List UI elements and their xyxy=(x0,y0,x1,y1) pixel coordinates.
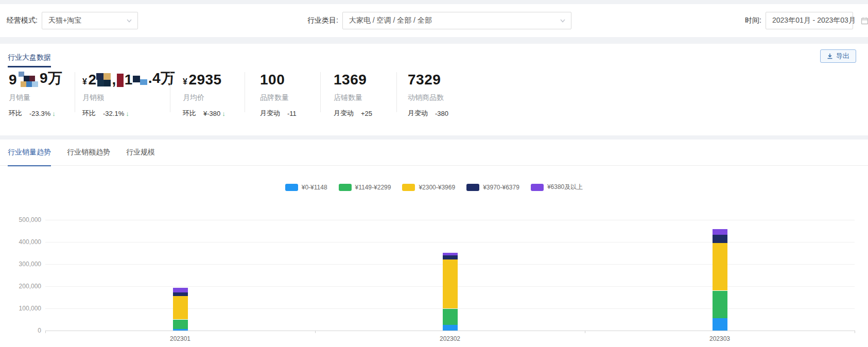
x-axis-label: 202303 xyxy=(699,335,740,342)
stat-divider xyxy=(396,72,397,112)
stat-品牌数量: 100品牌数量月变动-11 xyxy=(260,70,297,118)
gridline xyxy=(45,220,855,220)
chevron-down-icon xyxy=(560,18,566,24)
download-icon xyxy=(827,53,833,59)
chevron-down-icon xyxy=(126,18,132,24)
x-axis-tick xyxy=(45,331,46,333)
stat-change: 环比-23.3%↓ xyxy=(9,109,63,118)
bar-202303-¥1149-¥2299[interactable] xyxy=(713,291,727,318)
x-axis-tick xyxy=(855,331,855,333)
stat-label: 月均价 xyxy=(183,93,225,102)
stat-divider xyxy=(320,72,321,112)
stat-label: 月销量 xyxy=(9,93,63,102)
tab-industry-overview[interactable]: 行业大盘数据 xyxy=(8,49,51,67)
stacked-bar-chart: 0100,000200,000300,000400,000500,0002023… xyxy=(0,140,868,347)
y-axis-label: 0 xyxy=(0,327,41,334)
stat-value: ¥2,1.4万 xyxy=(82,70,176,88)
stat-divider xyxy=(170,72,170,112)
arrow-down-icon: ↓ xyxy=(222,110,225,117)
redacted-value-mosaic xyxy=(133,72,148,88)
category-select[interactable]: 大家电 / 空调 / 全部 / 全部 xyxy=(342,12,571,29)
y-axis-label: 200,000 xyxy=(0,283,41,290)
y-axis-label: 100,000 xyxy=(0,305,41,312)
stat-月均价: ¥2935月均价环比¥-380↓ xyxy=(183,70,225,118)
category-filter-group: 行业类目: 大家电 / 空调 / 全部 / 全部 xyxy=(307,4,571,37)
bar-202302-¥1149-¥2299[interactable] xyxy=(443,309,458,325)
bar-202301-¥2300-¥3969[interactable] xyxy=(173,296,188,319)
stat-change: 月变动-380 xyxy=(408,109,448,118)
arrow-down-icon: ↓ xyxy=(52,110,56,117)
arrow-down-icon: ↓ xyxy=(126,110,129,117)
stat-label: 品牌数量 xyxy=(260,93,297,102)
calendar-icon xyxy=(861,17,868,25)
bar-202302-¥6380及以上[interactable] xyxy=(443,253,458,255)
time-range-picker[interactable]: 2023年01月 - 2023年03月 xyxy=(766,12,853,29)
redacted-value-mosaic xyxy=(17,72,40,88)
stat-value: 7329 xyxy=(408,70,448,88)
gridline xyxy=(45,331,855,331)
stat-value: 99万 xyxy=(9,70,63,88)
redacted-value-mosaic xyxy=(116,72,125,88)
bar-202301-¥0-¥1148[interactable] xyxy=(173,329,188,331)
mode-filter-label: 经营模式: xyxy=(7,16,38,25)
stat-value: ¥2935 xyxy=(183,70,225,88)
x-axis-label: 202301 xyxy=(160,335,201,342)
y-axis-label: 300,000 xyxy=(0,261,41,268)
stat-动销商品数: 7329动销商品数月变动-380 xyxy=(408,70,448,118)
mode-select[interactable]: 天猫+淘宝 xyxy=(42,12,138,29)
bar-202301-¥1149-¥2299[interactable] xyxy=(173,320,188,329)
category-filter-label: 行业类目: xyxy=(307,16,338,25)
bar-202302-¥0-¥1148[interactable] xyxy=(443,325,458,331)
time-range-value: 2023年01月 - 2023年03月 xyxy=(772,16,856,25)
stat-change: 月变动-11 xyxy=(260,109,297,118)
export-button-label: 导出 xyxy=(836,51,849,61)
stat-label: 月销额 xyxy=(82,93,176,102)
bar-202302-¥2300-¥3969[interactable] xyxy=(443,259,458,308)
active-tab-underline xyxy=(8,66,51,67)
y-axis-label: 500,000 xyxy=(0,216,41,223)
stat-change: 环比¥-380↓ xyxy=(183,109,225,118)
export-button[interactable]: 导出 xyxy=(820,49,856,63)
bar-202302-¥3970-¥6379[interactable] xyxy=(443,255,458,259)
mode-filter-group: 经营模式: 天猫+淘宝 xyxy=(7,4,138,37)
mode-select-value: 天猫+淘宝 xyxy=(48,16,81,25)
filter-bar: 经营模式: 天猫+淘宝 行业类目: 大家电 / 空调 / 全部 / 全部 时间:… xyxy=(0,4,868,37)
time-filter-label: 时间: xyxy=(745,16,761,25)
stat-change: 环比-32.1%↓ xyxy=(82,109,176,118)
category-select-value: 大家电 / 空调 / 全部 / 全部 xyxy=(349,16,432,25)
overview-card: 行业大盘数据 导出 99万月销量环比-23.3%↓¥2,1.4万月销额环比-32… xyxy=(0,44,868,135)
stat-change: 月变动+25 xyxy=(334,109,372,118)
bar-202301-¥3970-¥6379[interactable] xyxy=(173,292,188,296)
stat-月销量: 99万月销量环比-23.3%↓ xyxy=(9,70,63,118)
x-axis-tick xyxy=(585,331,585,333)
stat-label: 店铺数量 xyxy=(334,93,372,102)
time-filter-group: 时间: 2023年01月 - 2023年03月 xyxy=(745,4,853,37)
bar-202303-¥0-¥1148[interactable] xyxy=(713,318,727,331)
stat-label: 动销商品数 xyxy=(408,93,448,102)
bar-202303-¥6380及以上[interactable] xyxy=(713,229,727,235)
stat-divider xyxy=(75,72,75,112)
stat-value: 1369 xyxy=(334,70,372,88)
stat-店铺数量: 1369店铺数量月变动+25 xyxy=(334,70,372,118)
tab-industry-overview-label: 行业大盘数据 xyxy=(8,53,51,61)
x-axis-tick xyxy=(315,331,316,333)
stat-月销额: ¥2,1.4万月销额环比-32.1%↓ xyxy=(82,70,176,118)
stat-divider xyxy=(245,72,245,112)
gridline xyxy=(45,242,855,242)
redacted-value-mosaic xyxy=(96,72,112,88)
bar-202303-¥2300-¥3969[interactable] xyxy=(713,243,727,290)
stat-value: 100 xyxy=(260,70,297,88)
y-axis-label: 400,000 xyxy=(0,238,41,246)
x-axis-label: 202302 xyxy=(429,335,471,342)
trend-card: 行业销量趋势 行业销额趋势 行业规模 ¥0-¥1148¥1149-¥2299¥2… xyxy=(0,140,868,347)
bar-202303-¥3970-¥6379[interactable] xyxy=(713,235,727,243)
bar-202301-¥6380及以上[interactable] xyxy=(173,288,188,292)
